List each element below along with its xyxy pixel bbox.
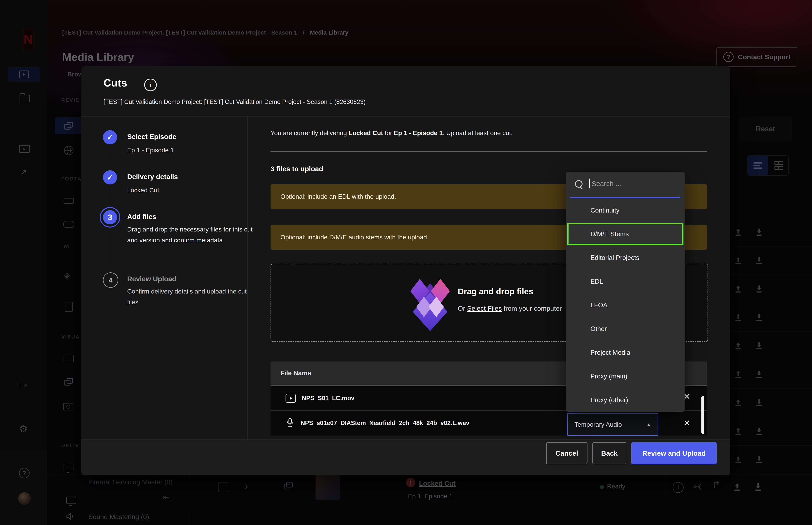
step4-circle-todo: 4 <box>103 272 118 288</box>
step-connector <box>110 229 110 271</box>
delivering-text: for <box>383 129 394 136</box>
step3-circle: 3 <box>103 210 117 224</box>
dropzone-rest: from your computer <box>502 304 562 312</box>
divider <box>81 116 730 117</box>
info-icon[interactable]: i <box>144 79 157 91</box>
search-icon <box>575 180 583 188</box>
step3-label[interactable]: Add files <box>127 213 156 221</box>
step1-sub: Ep 1 - Episode 1 <box>127 145 174 156</box>
delivering-episode: Ep 1 - Episode 1 <box>394 129 443 136</box>
dropdown-option-d-m-e-stems[interactable]: D/M/E Stems <box>567 223 684 245</box>
step-connector <box>110 146 110 168</box>
step-connector <box>110 186 110 206</box>
screen: [TEST] Cut Validation Demo Project: [TES… <box>0 0 812 525</box>
delivering-cut: Locked Cut <box>349 129 383 136</box>
dropdown-option-other[interactable]: Other <box>566 318 685 340</box>
step3-sub: Drag and drop the necessary files for th… <box>127 224 259 246</box>
dropdown-option-project-media[interactable]: Project Media <box>566 342 685 364</box>
file-name: NPS_S01_LC.mov <box>302 395 354 402</box>
step1-circle-done: ✓ <box>103 130 117 145</box>
dropdown-option-proxy-other-[interactable]: Proxy (other) <box>566 389 685 411</box>
table-scrollbar[interactable] <box>701 396 704 434</box>
dropdown-option-editorial-projects[interactable]: Editorial Projects <box>566 247 685 269</box>
dropzone-subtitle: Or Select Files from your computer <box>458 304 562 312</box>
file-type-select[interactable]: Temporary Audio ▲ <box>567 413 658 436</box>
file-type-value: Temporary Audio <box>574 421 646 428</box>
cancel-button[interactable]: Cancel <box>546 442 587 464</box>
back-button[interactable]: Back <box>593 442 626 464</box>
text-cursor <box>589 179 590 189</box>
delivering-text: You are currently delivering <box>271 129 349 136</box>
step4-label[interactable]: Review Upload <box>127 275 177 283</box>
step2-sub: Locked Cut <box>127 185 159 196</box>
mic-file-icon <box>287 418 293 428</box>
divider <box>247 116 248 439</box>
modal-title: Cuts <box>104 77 127 89</box>
dropdown-option-lfoa[interactable]: LFOA <box>566 294 685 316</box>
search-input[interactable] <box>591 177 677 191</box>
step2-circle-done: ✓ <box>103 170 117 184</box>
delivering-line: You are currently delivering Locked Cut … <box>271 129 512 137</box>
files-count: 3 files to upload <box>271 165 323 173</box>
dropdown-option-edl[interactable]: EDL <box>566 270 685 292</box>
dropdown-option-proxy-main-[interactable]: Proxy (main) <box>566 365 685 387</box>
file-name: NPS_s01e07_DIAStem_Nearfield_2ch_48k_24b… <box>301 420 470 426</box>
step4-sub: Confirm delivery details and upload the … <box>127 286 259 308</box>
dropzone-title: Drag and drop files <box>458 287 533 296</box>
step2-label[interactable]: Delivery details <box>127 173 178 181</box>
video-file-icon <box>286 394 296 403</box>
modal-subtitle: [TEST] Cut Validation Demo Project: [TES… <box>104 99 366 105</box>
delivering-text: . Upload at least one cut. <box>443 129 512 136</box>
select-files-link[interactable]: Select Files <box>467 304 502 312</box>
step1-label[interactable]: Select Episode <box>127 133 177 141</box>
dropdown-option-continuity[interactable]: Continuity <box>566 199 685 221</box>
search-underline <box>570 197 680 198</box>
review-upload-button[interactable]: Review and Upload <box>631 442 717 464</box>
divider <box>271 151 707 152</box>
dropdown-search[interactable] <box>566 172 685 197</box>
step3-ring-active: 3 <box>100 207 120 227</box>
remove-file-icon[interactable]: ✕ <box>683 419 691 427</box>
file-type-dropdown: ContinuityD/M/E StemsEditorial ProjectsE… <box>566 172 685 412</box>
dropzone-or: Or <box>458 304 467 312</box>
caret-up-icon: ▲ <box>646 422 651 427</box>
dropbox-icon <box>410 276 450 324</box>
